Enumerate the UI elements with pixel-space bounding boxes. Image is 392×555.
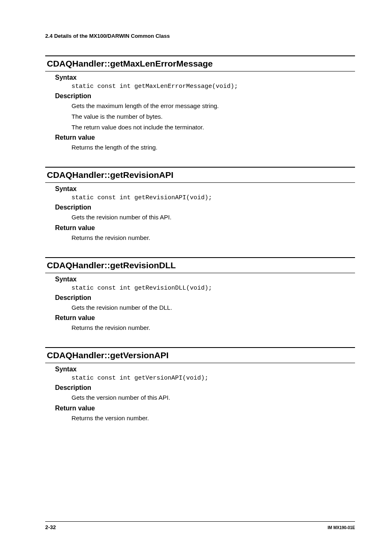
return-text: Returns the length of the string.	[71, 143, 355, 152]
return-text: Returns the revision number.	[71, 323, 355, 332]
divider	[45, 182, 355, 183]
description-text: Gets the version number of this API.	[71, 393, 355, 402]
syntax-code: static const int getVersionAPI(void);	[71, 375, 355, 382]
return-label: Return value	[55, 314, 355, 322]
return-label: Return value	[55, 134, 355, 141]
section-title: CDAQHandler::getVersionAPI	[45, 348, 355, 363]
page-number: 2-32	[45, 524, 56, 530]
syntax-label: Syntax	[55, 185, 355, 193]
section-getmaxlenerrormessage: CDAQHandler::getMaxLenErrorMessage Synta…	[45, 55, 355, 152]
description-label: Description	[55, 92, 355, 100]
section-title: CDAQHandler::getRevisionAPI	[45, 168, 355, 182]
section-title: CDAQHandler::getRevisionDLL	[45, 258, 355, 273]
page-footer: 2-32 IM MX190-01E	[45, 521, 355, 530]
description-text: The value is the number of bytes.	[71, 112, 355, 121]
syntax-code: static const int getRevisionAPI(void);	[71, 194, 355, 201]
page-header: 2.4 Details of the MX100/DARWIN Common C…	[45, 33, 355, 39]
syntax-label: Syntax	[55, 366, 355, 373]
return-label: Return value	[55, 405, 355, 412]
section-getrevisiondll: CDAQHandler::getRevisionDLL Syntax stati…	[45, 257, 355, 333]
divider	[45, 363, 355, 363]
description-text: The return value does not include the te…	[71, 123, 355, 132]
syntax-code: static const int getRevisionDLL(void);	[71, 285, 355, 292]
section-title: CDAQHandler::getMaxLenErrorMessage	[45, 56, 355, 71]
description-text: Gets the maximum length of the error mes…	[71, 101, 355, 111]
divider	[45, 71, 355, 71]
description-text: Gets the revision number of the DLL.	[71, 303, 355, 312]
section-getrevisionapi: CDAQHandler::getRevisionAPI Syntax stati…	[45, 167, 355, 242]
return-text: Returns the revision number.	[71, 233, 355, 242]
return-label: Return value	[55, 224, 355, 232]
section-getversionapi: CDAQHandler::getVersionAPI Syntax static…	[45, 347, 355, 423]
syntax-label: Syntax	[55, 74, 355, 81]
description-label: Description	[55, 204, 355, 211]
description-label: Description	[55, 384, 355, 391]
return-text: Returns the version number.	[71, 414, 355, 423]
doc-id: IM MX190-01E	[327, 525, 355, 530]
syntax-code: static const int getMaxLenErrorMessage(v…	[71, 83, 355, 90]
syntax-label: Syntax	[55, 276, 355, 283]
description-text: Gets the revision number of this API.	[71, 213, 355, 222]
divider	[45, 273, 355, 273]
description-label: Description	[55, 294, 355, 302]
